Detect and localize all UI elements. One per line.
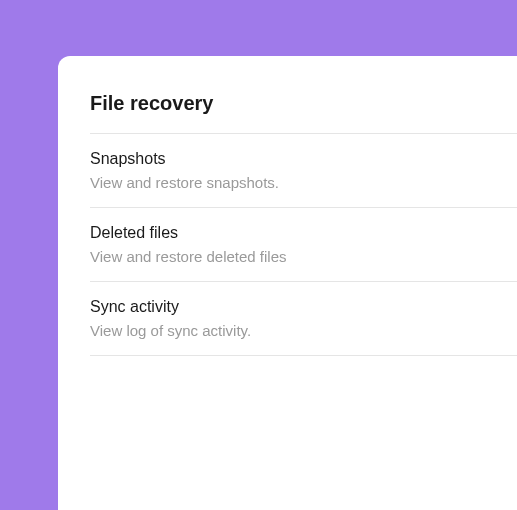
item-description: View and restore snapshots. bbox=[90, 174, 517, 191]
sync-activity-item[interactable]: Sync activity View log of sync activity. bbox=[90, 282, 517, 356]
item-description: View and restore deleted files bbox=[90, 248, 517, 265]
item-title: Snapshots bbox=[90, 150, 517, 168]
snapshots-item[interactable]: Snapshots View and restore snapshots. bbox=[90, 134, 517, 208]
recovery-options-list: Snapshots View and restore snapshots. De… bbox=[90, 133, 517, 356]
file-recovery-panel: File recovery Snapshots View and restore… bbox=[58, 56, 517, 510]
item-description: View log of sync activity. bbox=[90, 322, 517, 339]
section-title: File recovery bbox=[90, 92, 517, 115]
item-title: Sync activity bbox=[90, 298, 517, 316]
deleted-files-item[interactable]: Deleted files View and restore deleted f… bbox=[90, 208, 517, 282]
item-title: Deleted files bbox=[90, 224, 517, 242]
